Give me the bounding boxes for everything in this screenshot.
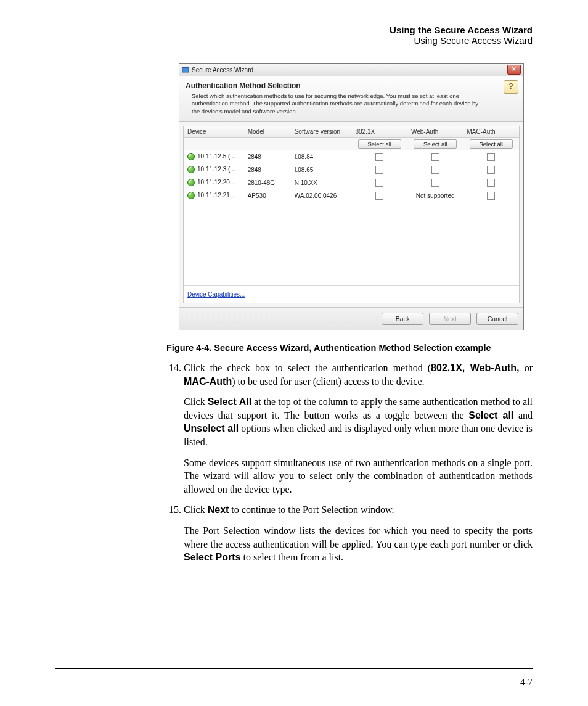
close-button[interactable]: ✕ [507,65,521,75]
select-all-row: Select all Select all Select all [184,138,519,150]
wizard-window: Secure Access Wizard ✕ Authentication Me… [179,63,524,330]
model-cell: 2810-48G [244,176,291,189]
instruction-list: Click the check box to select the authen… [166,361,533,564]
device-grid: Device Model Software version 802.1X Web… [183,126,520,303]
grid-header-row: Device Model Software version 802.1X Web… [184,126,519,138]
back-button[interactable]: Back [382,313,423,325]
select-all-webauth[interactable]: Select all [414,139,457,149]
status-ok-icon [187,192,195,199]
col-model: Model [244,126,291,138]
checkbox-webauth[interactable] [431,153,439,161]
help-button[interactable]: ? [504,80,518,94]
select-all-8021x[interactable]: Select all [358,139,401,149]
window-titlebar: Secure Access Wizard ✕ [179,64,523,76]
col-swver: Software version [291,126,352,138]
checkbox-8021x[interactable] [375,153,383,161]
svg-rect-1 [182,67,189,68]
swver-cell: I.08.65 [291,163,352,176]
col-webauth: Web-Auth [407,126,463,138]
page-header: Using the Secure Access Wizard Using Sec… [68,25,533,46]
page-number: 4-7 [520,677,533,688]
col-8021x: 802.1X [351,126,407,138]
list-item-15: Click Next to continue to the Port Selec… [184,503,533,564]
wizard-body: Device Model Software version 802.1X Web… [179,122,523,307]
grid-empty-area [184,202,519,285]
status-ok-icon [187,166,195,173]
checkbox-8021x[interactable] [375,179,383,187]
next-button[interactable]: Next [429,313,471,325]
table-row: 10.11.12.3 (...2848I.08.65 [184,163,519,176]
window-title: Secure Access Wizard [192,67,253,73]
table-row: 10.11.12.20...2810-48GN.10.XX [184,176,519,189]
checkbox-macauth[interactable] [487,179,495,187]
checkbox-macauth[interactable] [487,192,495,200]
figure-screenshot: Secure Access Wizard ✕ Authentication Me… [179,63,524,330]
checkbox-macauth[interactable] [487,166,495,174]
footer-rule [55,668,533,669]
wizard-description: Select which authentication methods to u… [192,92,517,115]
swver-cell: N.10.XX [291,176,352,189]
list-item-14: Click the check box to select the authen… [184,361,533,496]
col-macauth: MAC-Auth [463,126,519,138]
checkbox-webauth[interactable] [431,179,439,187]
checkbox-macauth[interactable] [487,153,495,161]
device-capabilities-link[interactable]: Device Capabilities... [186,287,246,302]
header-title-light: Using Secure Access Wizard [68,35,533,46]
col-device: Device [184,126,244,138]
wizard-footer: Back Next Cancel [179,307,523,330]
model-cell: 2848 [244,150,291,163]
swver-cell: I.08.84 [291,150,352,163]
swver-cell: WA.02.00.0426 [291,189,352,202]
checkbox-8021x[interactable] [375,166,383,174]
device-cell: 10.11.12.5 (... [197,153,235,160]
status-ok-icon [187,153,195,160]
app-icon [182,66,189,73]
table-row: 10.11.12.5 (...2848I.08.84 [184,150,519,163]
figure-caption: Figure 4-4. Secure Access Wizard, Authen… [166,343,533,353]
model-cell: 2848 [244,163,291,176]
header-title-bold: Using the Secure Access Wizard [68,25,533,35]
model-cell: AP530 [244,189,291,202]
status-ok-icon [187,179,195,186]
device-cell: 10.11.12.21... [197,192,235,199]
wizard-section-title: Authentication Method Selection [186,81,517,90]
checkbox-webauth[interactable] [431,166,439,174]
select-all-macauth[interactable]: Select all [470,139,513,149]
device-cell: 10.11.12.3 (... [197,166,235,173]
device-cell: 10.11.12.20... [197,179,235,186]
wizard-header: Authentication Method Selection Select w… [179,76,523,122]
webauth-not-supported: Not supported [407,189,463,202]
checkbox-8021x[interactable] [375,192,383,200]
table-row: 10.11.12.21...AP530WA.02.00.0426Not supp… [184,189,519,202]
cancel-button[interactable]: Cancel [476,313,518,325]
